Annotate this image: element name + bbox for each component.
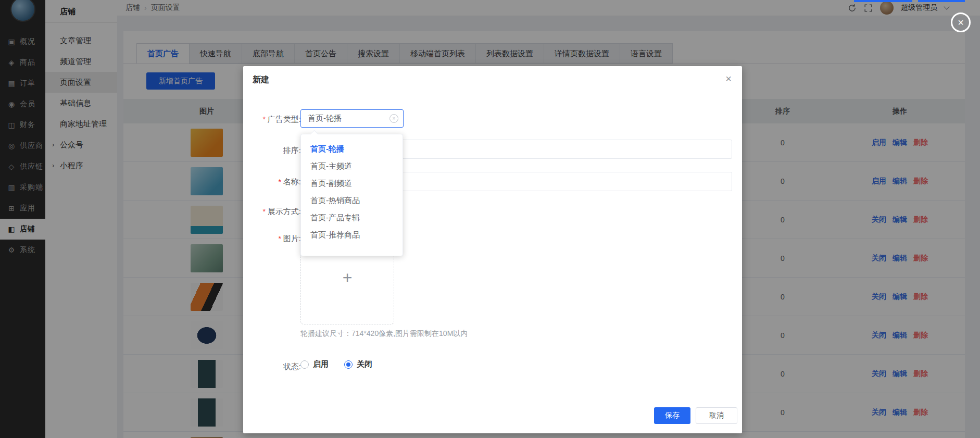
dropdown-option[interactable]: 首页-主频道: [301, 157, 403, 174]
top-progress-bar-segment: [918, 0, 965, 2]
ad-type-label: 广告类型:: [243, 115, 301, 124]
sort-label: 排序:: [243, 146, 301, 156]
modal-title: 新建: [253, 74, 269, 85]
ad-type-select[interactable]: 首页-轮播 ×: [300, 109, 404, 128]
status-label: 状态:: [243, 362, 301, 372]
plus-icon: +: [343, 268, 353, 287]
ad-type-dropdown: 首页-轮播首页-主频道首页-副频道首页-热销商品首页-产品专辑首页-推荐商品: [300, 134, 403, 256]
radio-label: 关闭: [357, 359, 372, 369]
ad-type-selected-value: 首页-轮播: [301, 114, 390, 123]
dropdown-option[interactable]: 首页-推荐商品: [301, 226, 403, 243]
floating-close-button[interactable]: ×: [951, 12, 971, 32]
cancel-button[interactable]: 取消: [696, 407, 737, 424]
dropdown-option[interactable]: 首页-轮播: [301, 140, 403, 157]
radio-icon: [300, 360, 309, 369]
radio-icon: [344, 360, 353, 369]
upload-hint: 轮播建议尺寸：714*420像素,图片需限制在10M以内: [300, 329, 468, 339]
save-button[interactable]: 保存: [654, 407, 690, 424]
dropdown-option[interactable]: 首页-产品专辑: [301, 209, 403, 226]
radio-label: 启用: [313, 359, 329, 369]
display-mode-label: 展示方式:: [243, 207, 301, 217]
status-radio[interactable]: 关闭: [344, 359, 372, 369]
dropdown-option[interactable]: 首页-热销商品: [301, 192, 403, 209]
status-radio[interactable]: 启用: [300, 359, 329, 369]
clear-icon[interactable]: ×: [390, 114, 398, 123]
image-label: 图片:: [243, 234, 301, 244]
app-root: ▣ 概况 ◈ 商品 ▤ 订单 ◉ 会员 ◫ 财务 ◎ 供应商 ◇ 供应链 ▥: [0, 0, 980, 438]
close-icon[interactable]: ×: [725, 73, 732, 84]
name-label: 名称:: [243, 177, 301, 187]
dropdown-option[interactable]: 首页-副频道: [301, 174, 403, 192]
top-progress-bar-segment: [854, 0, 912, 2]
